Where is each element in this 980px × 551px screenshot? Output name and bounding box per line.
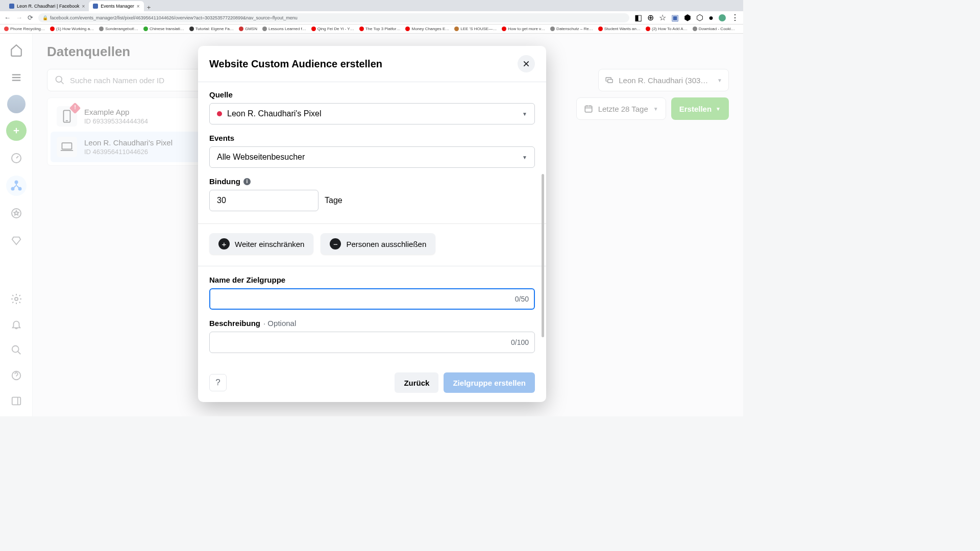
pixel-status-dot — [217, 111, 222, 116]
audience-name-input[interactable] — [209, 288, 535, 310]
bookmark-item[interactable]: (1) How Working a… — [50, 27, 94, 31]
star-icon[interactable]: ☆ — [659, 13, 666, 22]
bookmark-item[interactable]: Chinese translati… — [143, 27, 184, 31]
desc-counter: 0/100 — [511, 338, 529, 346]
scrollbar[interactable] — [542, 174, 544, 337]
source-label: Quelle — [209, 90, 535, 99]
audience-name-label: Name der Zielgruppe — [209, 276, 535, 284]
retention-input[interactable] — [209, 190, 318, 211]
extension-icon[interactable]: ⬡ — [696, 13, 703, 22]
bookmarks-bar: Phone Recycling… (1) How Working a… Sond… — [0, 24, 743, 34]
modal-header: Website Custom Audience erstellen — [198, 46, 546, 82]
extension-icons: ◧ ⊕ ☆ ▣ ⬢ ⬡ ● ⋮ — [634, 13, 739, 22]
bookmark-item[interactable]: Sonderangebot!… — [99, 27, 138, 31]
exclude-label: Personen ausschließen — [346, 240, 426, 248]
modal-body: Quelle Leon R. Chaudhari's Pixel ▼ Event… — [198, 82, 546, 366]
bookmark-item[interactable]: Money Changes E… — [405, 27, 449, 31]
bookmark-item[interactable]: GMSN — [239, 27, 257, 31]
bookmark-item[interactable]: How to get more v… — [502, 27, 545, 31]
url-text: facebook.com/events_manager2/list/pixel/… — [50, 15, 298, 20]
url-bar[interactable]: 🔒facebook.com/events_manager2/list/pixel… — [38, 13, 629, 22]
back-button[interactable]: Zurück — [395, 372, 438, 393]
bookmark-item[interactable]: Student Wants an… — [598, 27, 641, 31]
tab-label: Leon R. Chaudhari | Facebook — [17, 4, 79, 9]
tab-label: Events Manager — [101, 4, 134, 9]
description-label: Beschreibung · Optional — [209, 319, 535, 328]
exclude-button[interactable]: − Personen ausschließen — [321, 233, 435, 255]
close-icon — [522, 60, 530, 68]
bookmark-item[interactable]: Download - Cooki… — [693, 27, 735, 31]
create-label: Zielgruppe erstellen — [453, 379, 526, 387]
bookmark-item[interactable]: Phone Recycling… — [4, 27, 45, 31]
retention-unit: Tage — [325, 196, 342, 205]
avatar-icon[interactable] — [719, 14, 726, 21]
source-value: Leon R. Chaudhari's Pixel — [227, 109, 322, 118]
bookmark-item[interactable]: Datenschutz – Re… — [550, 27, 593, 31]
events-label: Events — [209, 134, 535, 142]
retention-label: Bindung i — [209, 177, 535, 186]
extension-icon[interactable]: ● — [708, 13, 714, 22]
help-button[interactable]: ? — [209, 374, 227, 391]
info-icon[interactable]: i — [243, 178, 251, 185]
bookmark-item[interactable]: LEE 'S HOUSE—… — [454, 27, 497, 31]
extension-icon[interactable]: ⬢ — [684, 13, 691, 22]
refine-button[interactable]: + Weiter einschränken — [209, 233, 313, 255]
browser-tab[interactable]: Events Manager× — [89, 1, 143, 11]
close-button[interactable] — [518, 55, 535, 72]
description-input[interactable] — [209, 332, 535, 353]
events-value: Alle Webseitenbesucher — [217, 153, 305, 162]
events-select[interactable]: Alle Webseitenbesucher ▼ — [209, 146, 535, 168]
minus-icon: − — [330, 238, 341, 249]
modal-footer: ? Zurück Zielgruppe erstellen — [198, 366, 546, 402]
extension-icon[interactable]: ◧ — [634, 13, 642, 22]
browser-tab[interactable]: Leon R. Chaudhari | Facebook× — [5, 1, 89, 11]
bookmark-item[interactable]: Lessons Learned f… — [262, 27, 306, 31]
modal-title: Website Custom Audience erstellen — [209, 58, 382, 70]
browser-tab-strip: Leon R. Chaudhari | Facebook× Events Man… — [0, 0, 743, 11]
browser-toolbar: ← → ⟳ 🔒facebook.com/events_manager2/list… — [0, 11, 743, 24]
divider — [198, 266, 546, 266]
reload-icon[interactable]: ⟳ — [28, 14, 33, 21]
extension-icon[interactable]: ⊕ — [647, 13, 654, 22]
back-icon[interactable]: ← — [4, 14, 11, 21]
forward-icon[interactable]: → — [16, 14, 22, 21]
extension-icon[interactable]: ▣ — [671, 13, 679, 22]
close-icon[interactable]: × — [82, 4, 85, 9]
chevron-down-icon: ▼ — [522, 155, 527, 160]
bookmark-item[interactable]: Tutorial: Eigene Fa… — [189, 27, 234, 31]
source-select[interactable]: Leon R. Chaudhari's Pixel ▼ — [209, 103, 535, 124]
chevron-down-icon: ▼ — [522, 111, 527, 117]
new-tab-button[interactable]: + — [144, 4, 154, 11]
create-audience-modal: Website Custom Audience erstellen Quelle… — [198, 46, 546, 402]
close-icon[interactable]: × — [137, 4, 140, 9]
bookmark-item[interactable]: Qing Fei De Yi - Y… — [311, 27, 354, 31]
menu-icon[interactable]: ⋮ — [731, 13, 739, 22]
refine-label: Weiter einschränken — [235, 240, 304, 248]
back-label: Zurück — [404, 379, 429, 387]
plus-icon: + — [218, 238, 230, 249]
bookmark-item[interactable]: (2) How To Add A… — [646, 27, 688, 31]
bookmark-item[interactable]: The Top 3 Platfor… — [359, 27, 401, 31]
name-counter: 0/50 — [515, 295, 529, 303]
lock-icon: 🔒 — [42, 15, 48, 20]
create-audience-button[interactable]: Zielgruppe erstellen — [444, 372, 535, 393]
